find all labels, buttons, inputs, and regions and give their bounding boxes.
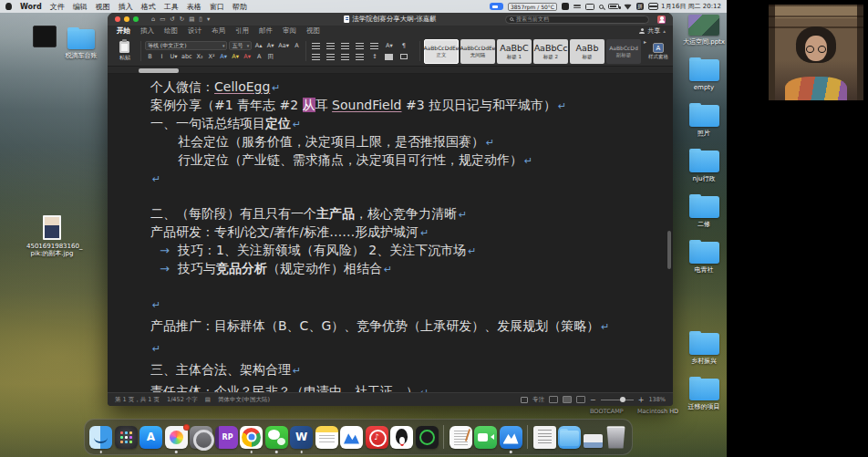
screen-recording-indicator-icon[interactable] [490,3,503,10]
close-window-button[interactable] [115,16,120,22]
wifi-icon[interactable] [624,4,632,10]
tab-视图[interactable]: 视图 [306,26,320,36]
doc-line[interactable]: 一、一句话总结项目定位↵ [150,115,673,133]
menu-app-name[interactable]: Word [20,3,42,11]
dock-photos-icon[interactable] [165,426,188,449]
dock-axure-rp-icon[interactable]: RP [215,426,238,449]
minimize-window-button[interactable] [124,16,129,22]
tab-设计[interactable]: 设计 [188,26,202,36]
doc-line[interactable] [150,188,673,205]
share-control[interactable]: 共享 ▴ [639,26,666,36]
shading-button[interactable] [383,52,396,61]
bullets-button[interactable] [310,41,323,50]
dock-facetime-icon[interactable] [474,426,497,449]
dock-documents-icon[interactable] [533,426,556,449]
line-spacing-button[interactable]: ↕ [368,52,381,61]
doc-line[interactable]: 个人微信：CelloEgg↵ [150,78,673,97]
tab-绘图[interactable]: 绘图 [164,26,178,36]
tab-审阅[interactable]: 审阅 [283,26,296,36]
web-layout-button[interactable] [576,396,585,403]
pilcrow-button[interactable]: ¶ [398,41,410,50]
dock-notes-icon[interactable] [315,426,338,449]
zoom-slider-knob[interactable] [620,397,625,402]
align-center-button[interactable] [325,52,337,61]
doc-line[interactable] [150,278,673,296]
desktop-item-大运空间.pptx[interactable]: 大运空间.pptx [682,15,726,46]
font-name-select[interactable]: 等线 (中文正文) ▾ [145,41,228,50]
disk-label-macintosh-hd[interactable]: Macintosh HD [637,408,678,415]
style-标题[interactable]: AaBb标题 [570,39,604,64]
multilevel-button[interactable] [339,41,352,50]
print-layout-button[interactable] [563,396,572,403]
shrink-font-button[interactable]: A▾ [265,41,275,50]
dock-green-ring-app-icon[interactable] [416,426,439,449]
desktop-item-empty[interactable]: empty [682,59,726,91]
dock-wechat-icon[interactable] [265,426,288,449]
ruler-indent-markers[interactable] [139,68,179,73]
word-count[interactable]: 1/452 个字 [167,396,198,404]
scrollbar-thumb[interactable] [667,231,671,269]
borders-button[interactable] [398,52,410,61]
paste-button[interactable]: 粘贴 [111,38,139,64]
quick-access-more-icon[interactable]: ▾ [207,13,210,26]
italic-button[interactable]: I [157,52,167,61]
disk-label-bootcamp[interactable]: BOOTCAMP [590,408,624,415]
tab-开始[interactable]: 开始 [117,26,130,36]
home-icon[interactable]: ⌂ [151,13,155,26]
doc-line[interactable]: 社会定位（服务价值，决定项目上限，是否推报国赛）↵ [150,133,673,151]
dock-app-store-icon[interactable]: A [140,426,162,449]
dock-wave-app-icon[interactable] [340,426,363,449]
menu-视图[interactable]: 视图 [96,2,110,12]
doc-line[interactable]: 二、（每阶段）有且只有一个主产品，核心竞争力清晰↵ [150,205,673,223]
style-副标题[interactable]: AaBbCcDd副标题 [606,39,641,64]
doc-line[interactable]: ↵ [150,170,673,188]
style-无间隔[interactable]: AaBbCcDdEe无间隔 [460,39,495,64]
doc-line[interactable]: ↵ [150,339,673,358]
dock-settings-icon[interactable] [190,426,212,449]
status-app-icon[interactable] [562,3,569,10]
zoom-level[interactable]: 138% [648,396,666,403]
justify-button[interactable] [354,52,367,61]
dock-chrome-icon[interactable] [240,426,263,449]
black-file-thumbnail[interactable] [33,26,57,47]
video-call-participant[interactable] [769,5,863,100]
desktop-item-nju行政[interactable]: nju行政 [682,151,726,182]
doc-line[interactable]: ↵ [150,296,673,314]
character-shading-button[interactable]: A [254,52,264,61]
account-avatar-icon[interactable] [657,16,666,24]
numbering-button[interactable] [325,41,337,50]
subscript-button[interactable]: X₂ [195,52,205,61]
desktop-item-二修[interactable]: 二修 [682,196,726,228]
tab-引用[interactable]: 引用 [235,26,249,36]
dock-finder-icon[interactable] [89,426,112,449]
underline-button[interactable]: U▾ [169,52,179,61]
font-size-select[interactable]: 五号 ▾ [229,41,252,50]
styles-pane-button[interactable]: 样式窗格 [647,38,669,64]
align-left-button[interactable] [310,52,323,61]
align-right-button[interactable] [339,52,352,61]
desktop-item-电青社[interactable]: 电青社 [682,242,726,274]
menubar-clock[interactable]: 1月16日 周二 20:12 [661,2,721,11]
menu-表格[interactable]: 表格 [187,2,202,12]
fan-speed-indicator[interactable]: 3857rpm / 50°C [508,3,557,11]
desktop-photo-file[interactable]: 4501691983160_ pik:的副本.jpg [26,215,78,257]
control-center-icon[interactable] [648,3,656,10]
dock-blue-mountains-app-icon[interactable] [500,426,522,449]
dock-trash-icon[interactable] [604,426,627,449]
clear-formatting-button[interactable]: A [292,41,302,50]
search-input[interactable]: 搜索当前文档 [505,16,649,24]
display-icon[interactable] [585,4,594,10]
apple-menu-icon[interactable] [5,3,12,10]
sort-button[interactable]: A▾ [383,41,396,50]
menu-工具[interactable]: 工具 [164,2,179,12]
language-indicator[interactable]: 简体中文(中国大陆) [218,396,270,404]
doc-line[interactable]: 责任主体：企业？民非？（申请中…社工证…）↵ [150,383,673,392]
focus-label[interactable]: 专注 [532,396,544,404]
dock-qq-icon[interactable] [390,426,413,449]
tab-插入[interactable]: 插入 [140,26,154,36]
doc-line[interactable]: →技巧：1、关注新领域（有风险） 2、关注下沉市场↵ [150,242,673,260]
doc-line[interactable]: 案例分享（#1 青年志 #2 从耳 SoundField #3 拉贝日记与和平城… [150,97,673,115]
dock-word-icon[interactable]: W [290,426,313,449]
text-highlight-button[interactable]: A▾ [231,52,241,61]
document-canvas[interactable]: 个人微信：CelloEgg↵案例分享（#1 青年志 #2 从耳 SoundFie… [108,74,673,392]
